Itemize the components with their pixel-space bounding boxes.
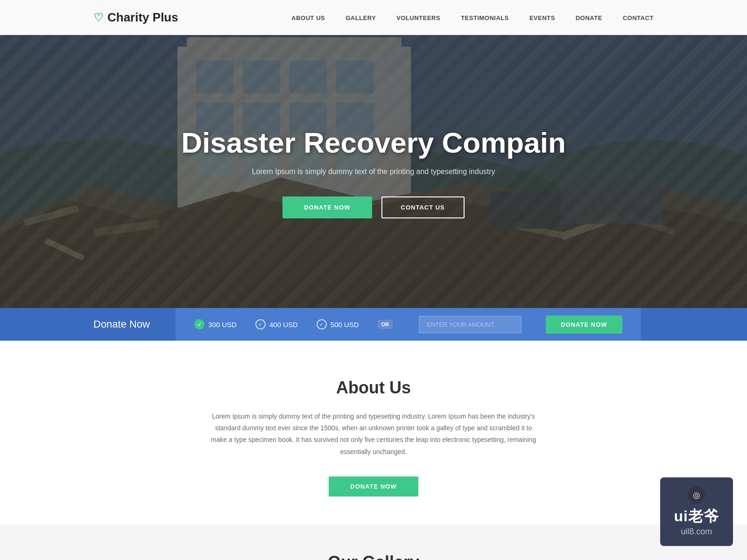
watermark: ◎ ui老爷 uil8.com (660, 477, 733, 546)
amount-option-500[interactable]: ✓ 500 USD (317, 319, 359, 329)
amount-option-400[interactable]: ✓ 400 USD (255, 319, 298, 329)
hero-donate-button[interactable]: DONATE NOW (282, 196, 372, 218)
nav-link-donate[interactable]: DONATE (576, 14, 602, 21)
nav-link-about-us[interactable]: ABOUT US (291, 14, 325, 21)
about-text: Lorem Ipsum is simply dummy text of the … (210, 411, 537, 458)
amount-input[interactable] (419, 316, 521, 333)
nav-item-gallery: GALLERY (345, 14, 376, 22)
hero-section: Disaster Recovery Compain Lorem Ipsum is… (0, 0, 747, 308)
amount-check-500: ✓ (317, 319, 327, 329)
donate-bar-label: Donate Now (93, 318, 164, 330)
nav-item-events: EVENTS (529, 14, 555, 22)
watermark-icon: ◎ (688, 487, 705, 504)
hero-subtitle: Lorem Ipsum is simply dummy text of the … (181, 168, 566, 176)
amount-check-300: ✓ (194, 319, 204, 329)
about-title: About Us (93, 378, 654, 398)
gallery-section: Our Gallery (0, 525, 747, 560)
nav-item-testimonials: TESTIMONIALS (461, 14, 509, 22)
amount-label-400: 400 USD (269, 321, 298, 329)
gallery-title: Our Gallery (93, 553, 654, 560)
brand-logo[interactable]: ♡ Charity Plus (93, 10, 178, 25)
nav-item-about-us: ABOUT US (291, 14, 325, 22)
brand-name: Charity Plus (107, 10, 178, 25)
nav-links: ABOUT USGALLERYVOLUNTEERSTESTIMONIALSEVE… (291, 14, 654, 22)
nav-link-volunteers[interactable]: VOLUNTEERS (396, 14, 440, 21)
hero-contact-button[interactable]: CONTACT US (381, 196, 465, 218)
nav-link-testimonials[interactable]: TESTIMONIALS (461, 14, 509, 21)
amount-label-500: 500 USD (331, 321, 359, 329)
nav-item-contact: CONTACT (623, 14, 654, 22)
watermark-sub: uil8.com (674, 527, 719, 537)
donate-bar: Donate Now ✓ 300 USD ✓ 400 USD ✓ 500 USD… (0, 308, 747, 341)
nav-link-gallery[interactable]: GALLERY (345, 14, 376, 21)
donate-bar-input-wrapper (419, 316, 521, 333)
nav-item-volunteers: VOLUNTEERS (396, 14, 440, 22)
amount-option-300[interactable]: ✓ 300 USD (194, 319, 237, 329)
logo-icon: ♡ (93, 11, 104, 24)
hero-title: Disaster Recovery Compain (181, 127, 566, 159)
donate-bar-arrow (164, 308, 176, 341)
watermark-main: ui老爷 (674, 506, 719, 527)
donate-bar-button[interactable]: DONATE NOW (546, 315, 622, 334)
donate-bar-amounts: ✓ 300 USD ✓ 400 USD ✓ 500 USD OR DONATE … (176, 308, 641, 341)
amount-label-300: 300 USD (208, 321, 237, 329)
or-badge: OR (378, 320, 393, 329)
nav-link-contact[interactable]: CONTACT (623, 14, 654, 21)
about-section: About Us Lorem Ipsum is simply dummy tex… (0, 341, 747, 525)
nav-item-donate: DONATE (576, 14, 602, 22)
navbar: ♡ Charity Plus ABOUT USGALLERYVOLUNTEERS… (0, 0, 747, 35)
hero-buttons: DONATE NOW CONTACT US (181, 196, 566, 218)
hero-content: Disaster Recovery Compain Lorem Ipsum is… (88, 127, 659, 218)
about-donate-button[interactable]: DONATE NOW (329, 476, 418, 497)
nav-link-events[interactable]: EVENTS (529, 14, 555, 21)
amount-check-400: ✓ (255, 319, 266, 329)
